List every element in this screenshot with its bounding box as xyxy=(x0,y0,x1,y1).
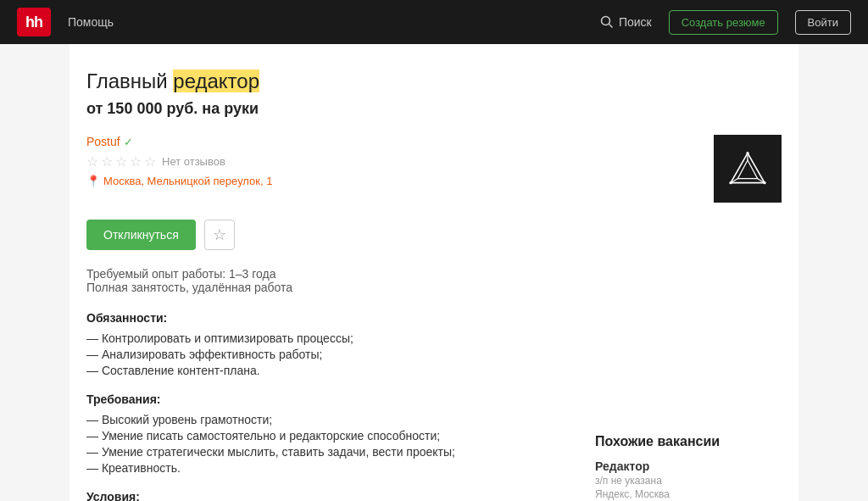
search-icon xyxy=(600,15,614,29)
job-title-part1: Главный xyxy=(86,70,173,92)
job-salary: от 150 000 руб. на руки xyxy=(86,100,782,118)
company-name-text[interactable]: Postuf xyxy=(86,135,120,148)
header: hh Помощь Поиск Создать резюме Войти xyxy=(0,0,868,44)
company-logo xyxy=(714,135,782,203)
sidebar-vacancy-0: Редактор з/п не указана Яндекс, Москва xyxy=(595,459,798,500)
employment-text: Полная занятость, удалённая работа xyxy=(86,281,782,294)
svg-point-7 xyxy=(746,152,748,154)
search-button[interactable]: Поиск xyxy=(600,15,652,29)
company-info: Postuf ✓ ☆ ☆ ☆ ☆ ☆ Нет отзывов 📍 Москва,… xyxy=(86,135,272,187)
experience-text: Требуемый опыт работы: 1–3 года xyxy=(86,267,782,281)
svg-point-9 xyxy=(729,181,732,184)
job-title: Главный редактор xyxy=(86,70,782,93)
star-1: ☆ xyxy=(86,153,98,170)
action-buttons: Откликнуться ☆ xyxy=(86,220,782,250)
sidebar-vacancy-0-salary: з/п не указана xyxy=(595,475,798,487)
svg-marker-3 xyxy=(737,160,757,179)
svg-line-1 xyxy=(609,25,612,28)
svg-point-8 xyxy=(763,181,765,184)
resp-1: — Контролировать и оптимизировать процес… xyxy=(86,331,782,345)
star-icon: ☆ xyxy=(213,225,226,244)
apply-button[interactable]: Откликнуться xyxy=(86,220,196,250)
company-address[interactable]: 📍 Москва, Мельницкой переулок, 1 xyxy=(86,175,272,187)
help-link[interactable]: Помощь xyxy=(68,15,114,29)
favorite-button[interactable]: ☆ xyxy=(204,220,235,250)
verified-icon: ✓ xyxy=(124,136,133,148)
login-button[interactable]: Войти xyxy=(795,10,851,35)
resp-2: — Анализировать эффективность работы; xyxy=(86,348,782,361)
req-1: — Высокий уровень грамотности; xyxy=(86,413,782,426)
no-reviews-text: Нет отзывов xyxy=(162,155,225,168)
company-logo-svg xyxy=(726,148,769,190)
company-name-row: Postuf ✓ xyxy=(86,135,272,148)
star-2: ☆ xyxy=(101,153,113,170)
resp-3: — Составление контент-плана. xyxy=(86,364,782,377)
job-meta: Требуемый опыт работы: 1–3 года Полная з… xyxy=(86,267,782,294)
page-content: Главный редактор от 150 000 руб. на руки… xyxy=(70,44,798,501)
location-icon: 📍 xyxy=(86,175,100,187)
company-rating: ☆ ☆ ☆ ☆ ☆ Нет отзывов xyxy=(86,153,272,170)
star-4: ☆ xyxy=(130,153,142,170)
create-resume-button[interactable]: Создать резюме xyxy=(669,10,778,35)
responsibilities-section: Обязанности: — Контролировать и оптимизи… xyxy=(86,311,782,377)
sidebar-vacancy-0-company: Яндекс, Москва xyxy=(595,488,798,500)
responsibilities-title: Обязанности: xyxy=(86,311,782,325)
company-area: Postuf ✓ ☆ ☆ ☆ ☆ ☆ Нет отзывов 📍 Москва,… xyxy=(86,135,782,203)
logo[interactable]: hh xyxy=(17,8,51,36)
address-text: Москва, Мельницкой переулок, 1 xyxy=(103,175,272,187)
sidebar-similar-vacancies: Похожие вакансии Редактор з/п не указана… xyxy=(595,434,798,501)
sidebar-title: Похожие вакансии xyxy=(595,434,798,449)
sidebar-vacancy-0-title[interactable]: Редактор xyxy=(595,459,798,473)
star-5: ☆ xyxy=(144,153,156,170)
svg-point-0 xyxy=(601,17,609,25)
star-3: ☆ xyxy=(115,153,127,170)
job-title-part2: редактор xyxy=(173,70,259,92)
search-label: Поиск xyxy=(619,15,652,29)
requirements-title: Требования: xyxy=(86,392,782,406)
